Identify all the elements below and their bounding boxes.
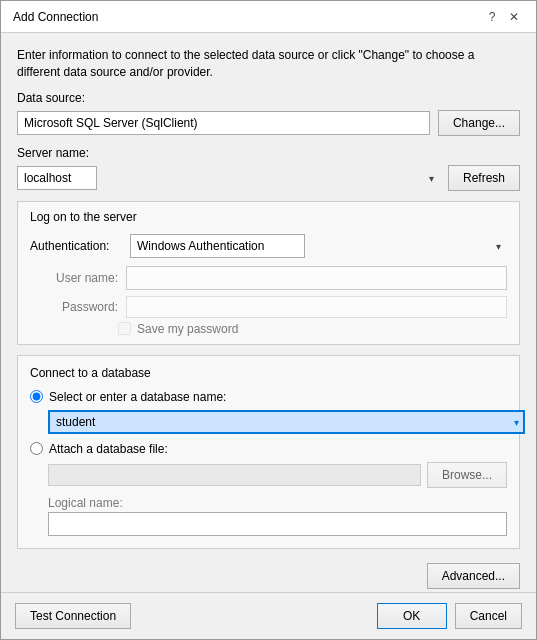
close-button[interactable]: ✕ xyxy=(504,7,524,27)
footer-right: OK Cancel xyxy=(377,603,522,629)
data-source-group: Data source: Change... xyxy=(17,91,520,136)
select-db-label: Select or enter a database name: xyxy=(49,390,226,404)
help-button[interactable]: ? xyxy=(482,7,502,27)
logical-name-label: Logical name: xyxy=(48,496,507,510)
refresh-button[interactable]: Refresh xyxy=(448,165,520,191)
add-connection-dialog: Add Connection ? ✕ Enter information to … xyxy=(0,0,537,640)
password-input[interactable] xyxy=(126,296,507,318)
cancel-button[interactable]: Cancel xyxy=(455,603,522,629)
attach-db-label: Attach a database file: xyxy=(49,442,168,456)
data-source-row: Change... xyxy=(17,110,520,136)
server-name-row: localhost Refresh xyxy=(17,165,520,191)
title-bar: Add Connection ? ✕ xyxy=(1,1,536,33)
browse-button[interactable]: Browse... xyxy=(427,462,507,488)
attach-db-radio[interactable] xyxy=(30,442,43,455)
authentication-combo[interactable]: Windows Authentication SQL Server Authen… xyxy=(130,234,305,258)
server-name-combo[interactable]: localhost xyxy=(17,166,97,190)
select-db-radio[interactable] xyxy=(30,390,43,403)
username-input[interactable] xyxy=(126,266,507,290)
test-connection-button[interactable]: Test Connection xyxy=(15,603,131,629)
save-password-checkbox[interactable] xyxy=(118,322,131,335)
user-pwd-grid: User name: Password: xyxy=(30,266,507,318)
database-combo[interactable]: student master tempdb model msdb xyxy=(48,410,525,434)
dialog-footer: Test Connection OK Cancel xyxy=(1,592,536,639)
advanced-row: Advanced... xyxy=(17,563,520,589)
change-button[interactable]: Change... xyxy=(438,110,520,136)
server-name-combo-wrap: localhost xyxy=(17,166,440,190)
logical-name-input[interactable] xyxy=(48,512,507,536)
description-text: Enter information to connect to the sele… xyxy=(17,47,520,81)
auth-row: Authentication: Windows Authentication S… xyxy=(30,234,507,258)
connect-section: Connect to a database Select or enter a … xyxy=(17,355,520,549)
attach-input-row: Browse... xyxy=(30,462,507,488)
logon-section: Log on to the server Authentication: Win… xyxy=(17,201,520,345)
title-controls: ? ✕ xyxy=(482,7,524,27)
data-source-input[interactable] xyxy=(17,111,430,135)
ok-button[interactable]: OK xyxy=(377,603,447,629)
title-bar-left: Add Connection xyxy=(13,10,98,24)
server-name-label: Server name: xyxy=(17,146,520,160)
save-password-row: Save my password xyxy=(30,322,507,336)
authentication-label: Authentication: xyxy=(30,239,120,253)
data-source-label: Data source: xyxy=(17,91,520,105)
advanced-button[interactable]: Advanced... xyxy=(427,563,520,589)
attach-radio-row: Attach a database file: xyxy=(30,442,507,456)
dialog-body: Enter information to connect to the sele… xyxy=(1,33,536,592)
save-password-label: Save my password xyxy=(137,322,238,336)
authentication-combo-wrap: Windows Authentication SQL Server Authen… xyxy=(130,234,507,258)
attach-file-input[interactable] xyxy=(48,464,421,486)
server-name-group: Server name: localhost Refresh xyxy=(17,146,520,191)
dialog-title: Add Connection xyxy=(13,10,98,24)
connect-section-title: Connect to a database xyxy=(30,366,507,380)
select-db-radio-row: Select or enter a database name: xyxy=(30,390,507,404)
database-combo-wrap: student master tempdb model msdb xyxy=(48,410,525,434)
logon-section-title: Log on to the server xyxy=(30,210,507,224)
username-label: User name: xyxy=(42,271,122,285)
password-label: Password: xyxy=(42,300,122,314)
